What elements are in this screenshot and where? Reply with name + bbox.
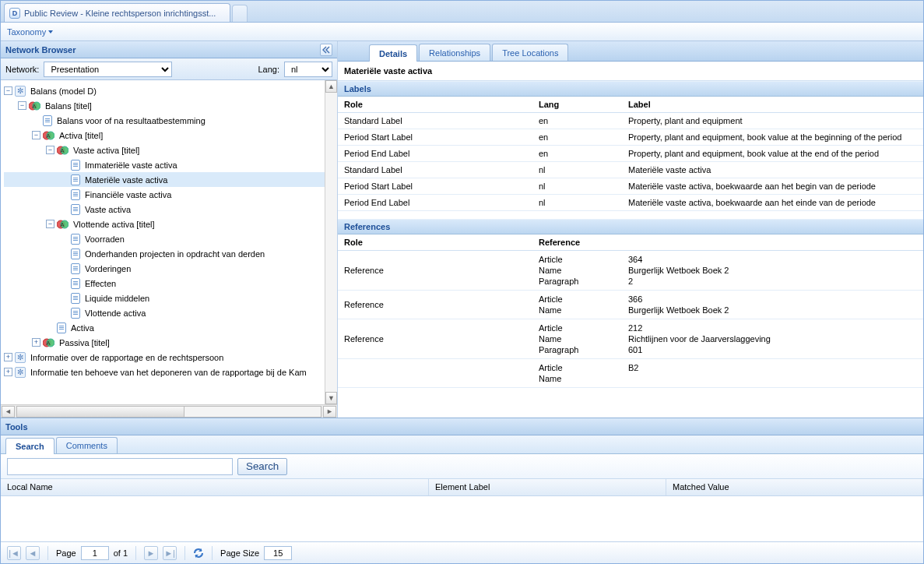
svg-text:A: A	[60, 221, 65, 228]
tree-node-selected[interactable]: Materiële vaste activa	[4, 172, 325, 187]
table-row[interactable]: Standard LabelenProperty, plant and equi…	[338, 113, 923, 129]
tree-node[interactable]: + A Passiva [titel]	[4, 335, 325, 350]
table-row[interactable]: ReferenceArticleNameParagraph212Richtlij…	[338, 319, 923, 359]
tree-label: Immateriële vaste activa	[83, 160, 179, 170]
scroll-track[interactable]	[16, 406, 321, 418]
pager-first-button[interactable]: |◄	[7, 546, 21, 560]
cell	[338, 359, 532, 388]
cell: Period End Label	[338, 146, 532, 162]
tree-node[interactable]: Vlottende activa	[4, 305, 325, 320]
tree-node[interactable]: Balans voor of na resultaatbestemming	[4, 113, 325, 128]
tree-node[interactable]: Liquide middelen	[4, 291, 325, 305]
tree-node[interactable]: Effecten	[4, 276, 325, 291]
tab-search[interactable]: Search	[5, 438, 54, 454]
expand-toggle-icon[interactable]: −	[32, 131, 40, 139]
item-icon	[71, 234, 80, 245]
tab-label: Details	[379, 49, 407, 58]
button-label: Search	[246, 460, 279, 472]
cell: ArticleNameParagraph	[532, 319, 622, 359]
abstract-icon: A	[43, 130, 54, 141]
scroll-left-icon[interactable]: ◄	[2, 406, 15, 418]
expand-toggle-icon[interactable]: +	[4, 353, 12, 361]
tab-label: Tree Locations	[502, 48, 558, 58]
expand-toggle-icon[interactable]: −	[46, 220, 54, 228]
app-tab[interactable]: Public Review - Kleine rechtsperson inri…	[4, 3, 230, 22]
tree-node[interactable]: Immateriële vaste activa	[4, 157, 325, 172]
abstract-icon: A	[29, 100, 40, 111]
tab-relationships[interactable]: Relationships	[419, 44, 490, 61]
tree-horizontal-scrollbar[interactable]: ◄ ►	[1, 404, 337, 418]
scroll-up-icon[interactable]: ▲	[325, 80, 337, 93]
pager-page-input[interactable]	[81, 546, 109, 560]
expand-toggle-icon[interactable]: +	[32, 338, 40, 347]
scroll-right-icon[interactable]: ►	[323, 406, 336, 418]
pager-prev-button[interactable]: ◄	[26, 546, 40, 560]
labels-table: Role Lang Label Standard LabelenProperty…	[338, 97, 923, 211]
scroll-track[interactable]	[325, 93, 337, 392]
pager-last-button[interactable]: ►|	[163, 546, 177, 560]
expand-toggle-icon[interactable]: +	[4, 368, 12, 376]
tree-node[interactable]: Voorraden	[4, 231, 325, 246]
tools-header: Tools	[1, 418, 923, 435]
tab-details[interactable]: Details	[369, 44, 417, 62]
tree-node[interactable]: − A Activa [titel]	[4, 128, 325, 143]
table-row[interactable]: ReferenceArticleName366Burgerlijk Wetboe…	[338, 291, 923, 319]
pager-page-size-input[interactable]	[264, 546, 292, 560]
cell: en	[532, 146, 622, 162]
expand-toggle-icon[interactable]: −	[18, 101, 26, 110]
svg-text:A: A	[46, 340, 51, 347]
scroll-down-icon[interactable]: ▼	[325, 392, 337, 404]
scroll-thumb[interactable]	[17, 407, 184, 417]
refresh-icon[interactable]	[193, 548, 204, 559]
tree-node[interactable]: Onderhanden projecten in opdracht van de…	[4, 246, 325, 261]
tree-vertical-scrollbar[interactable]: ▲ ▼	[325, 80, 337, 404]
expand-toggle-icon[interactable]: −	[46, 146, 54, 154]
tree-node[interactable]: Vaste activa	[4, 202, 325, 217]
search-button[interactable]: Search	[237, 458, 287, 475]
table-row[interactable]: ArticleNameB2	[338, 359, 923, 388]
tab-tree-locations[interactable]: Tree Locations	[492, 44, 568, 61]
cell: Standard Label	[338, 113, 532, 129]
cell: en	[532, 129, 622, 146]
tools-title: Tools	[5, 422, 28, 432]
table-row[interactable]: Period Start LabelenProperty, plant and …	[338, 129, 923, 146]
cell: ArticleNameParagraph	[532, 251, 622, 291]
table-row[interactable]: Standard LabelnlMateriële vaste activa	[338, 162, 923, 178]
tree-label: Informatie ten behoeve van het deponeren…	[29, 368, 308, 377]
tab-comments[interactable]: Comments	[56, 437, 118, 453]
item-icon	[71, 263, 80, 274]
search-input[interactable]	[7, 458, 233, 475]
table-row[interactable]: Period End LabelenProperty, plant and eq…	[338, 146, 923, 162]
tree-node[interactable]: − A Balans [titel]	[4, 98, 325, 113]
details-body: Materiële vaste activa Labels Role Lang …	[338, 62, 923, 418]
app-window: Public Review - Kleine rechtsperson inri…	[0, 0, 924, 564]
table-row[interactable]: Period End LabelnlMateriële vaste activa…	[338, 195, 923, 211]
lang-select[interactable]: nl	[284, 62, 332, 77]
menu-taxonomy[interactable]: Taxonomy	[7, 27, 53, 37]
tree-node[interactable]: + Informatie over de rapportage en de re…	[4, 350, 325, 365]
tree-node[interactable]: Vorderingen	[4, 261, 325, 276]
table-row[interactable]: Period Start LabelnlMateriële vaste acti…	[338, 178, 923, 195]
table-row[interactable]: ReferenceArticleNameParagraph364Burgerli…	[338, 251, 923, 291]
tree-node[interactable]: − A Vaste activa [titel]	[4, 143, 325, 157]
cell: Property, plant and equipment	[622, 113, 923, 129]
tree-label: Informatie over de rapportage en de rech…	[29, 353, 225, 362]
cell: Property, plant and equipment, book valu…	[622, 146, 923, 162]
item-icon	[71, 174, 80, 185]
tree-scroll[interactable]: − Balans (model D) − A Balans [titel]	[1, 80, 325, 404]
pager: |◄ ◄ Page of 1 ► ►| Page Size	[1, 541, 923, 563]
cell: Materiële vaste activa, boekwaarde aan h…	[622, 195, 923, 211]
tree-node[interactable]: Financiële vaste activa	[4, 187, 325, 202]
tree-node[interactable]: Activa	[4, 320, 325, 335]
cell: 366Burgerlijk Wetboek Boek 2	[622, 291, 923, 319]
pager-next-button[interactable]: ►	[144, 546, 158, 560]
network-select[interactable]: Presentation	[44, 62, 172, 77]
collapse-panel-button[interactable]	[320, 44, 332, 56]
new-tab-button[interactable]	[232, 5, 248, 22]
cell: Materiële vaste activa	[622, 162, 923, 178]
results-col-local-name: Local Name	[1, 479, 429, 495]
tree-node[interactable]: − A Vlottende activa [titel]	[4, 217, 325, 231]
tree-node[interactable]: + Informatie ten behoeve van het deponer…	[4, 365, 325, 379]
tree-node-root[interactable]: − Balans (model D)	[4, 83, 325, 98]
expand-toggle-icon[interactable]: −	[4, 86, 12, 95]
